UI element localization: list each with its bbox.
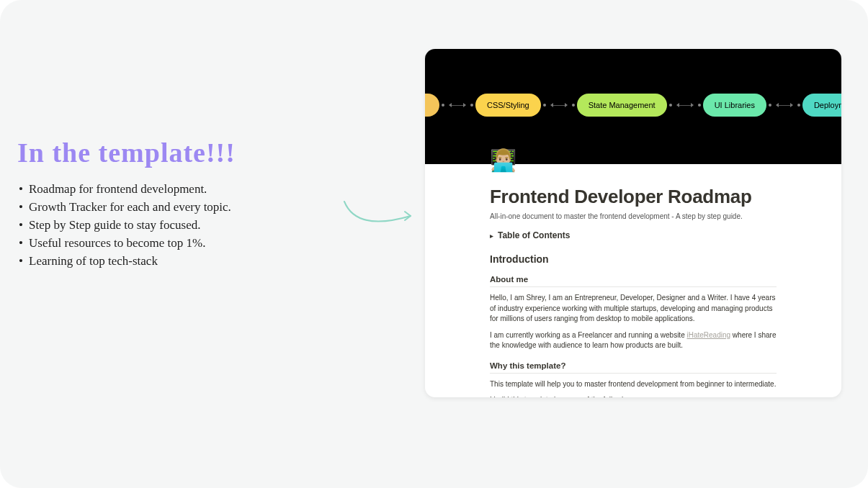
list-item: Learning of top tech-stack bbox=[17, 253, 334, 270]
connector-dot-icon bbox=[572, 104, 575, 107]
ihatereading-link[interactable]: iHateReading bbox=[686, 331, 730, 339]
connector-line-icon bbox=[452, 105, 463, 106]
arrow-right-icon bbox=[565, 103, 568, 107]
paragraph: This template will help you to master fr… bbox=[490, 379, 777, 390]
list-item: Step by Step guide to stay focused. bbox=[17, 217, 334, 234]
paragraph: I build this template because of the fol… bbox=[490, 395, 777, 397]
connector-dot-icon bbox=[543, 104, 546, 107]
list-item: Growth Tracker for each and every topic. bbox=[17, 199, 334, 216]
slide-canvas: In the template!!! Roadmap for frontend … bbox=[0, 0, 868, 488]
connector-line-icon bbox=[553, 105, 565, 106]
heading-introduction: Introduction bbox=[490, 253, 777, 265]
left-panel: In the template!!! Roadmap for frontend … bbox=[17, 137, 334, 271]
table-of-contents-toggle[interactable]: Table of Contents bbox=[490, 230, 777, 240]
paragraph: Hello, I am Shrey, I am an Entrepreneur,… bbox=[490, 293, 777, 325]
flow-pill bbox=[425, 94, 439, 117]
heading-why-template: Why this template? bbox=[490, 361, 777, 374]
page-subtitle: All-in-one document to master the fronte… bbox=[490, 212, 777, 220]
text-run: I am currently working as a Freelancer a… bbox=[490, 331, 686, 339]
page-title: Frontend Developer Roadmap bbox=[490, 186, 777, 208]
connector-line-icon bbox=[779, 105, 790, 106]
document-body: Frontend Developer Roadmap All-in-one do… bbox=[425, 186, 841, 397]
connector-dot-icon bbox=[669, 104, 672, 107]
roadmap-flow: CSS/Styling State Management UI Librarie… bbox=[425, 91, 841, 119]
flow-pill: CSS/Styling bbox=[475, 94, 541, 117]
bullet-list: Roadmap for frontend development. Growth… bbox=[17, 181, 334, 270]
paragraph: I am currently working as a Freelancer a… bbox=[490, 330, 777, 351]
connector-dot-icon bbox=[797, 104, 800, 107]
curved-arrow-icon bbox=[339, 194, 425, 238]
heading-about-me: About me bbox=[490, 275, 777, 287]
connector-line-icon bbox=[679, 105, 691, 106]
flow-pill: UI Libraries bbox=[703, 94, 766, 117]
avatar-icon: 👨🏼‍💻 bbox=[490, 148, 516, 173]
headline: In the template!!! bbox=[17, 137, 334, 168]
list-item: Useful resources to become top 1%. bbox=[17, 235, 334, 252]
arrow-right-icon bbox=[691, 103, 694, 107]
toc-label: Table of Contents bbox=[498, 230, 570, 240]
arrow-right-icon bbox=[463, 103, 466, 107]
flow-pill: Deployments bbox=[802, 94, 841, 117]
list-item: Roadmap for frontend development. bbox=[17, 181, 334, 198]
connector-dot-icon bbox=[698, 104, 701, 107]
document-preview: CSS/Styling State Management UI Librarie… bbox=[425, 49, 841, 397]
hero-banner: CSS/Styling State Management UI Librarie… bbox=[425, 49, 841, 164]
flow-pill: State Management bbox=[577, 94, 667, 117]
arrow-right-icon bbox=[790, 103, 793, 107]
connector-dot-icon bbox=[470, 104, 473, 107]
connector-dot-icon bbox=[769, 104, 771, 107]
connector-dot-icon bbox=[442, 104, 444, 107]
